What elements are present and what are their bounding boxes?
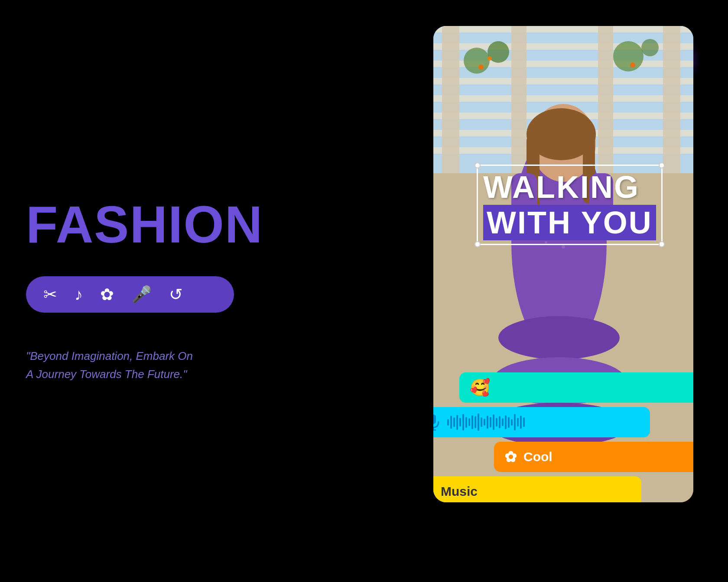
svg-point-20 — [478, 65, 484, 70]
music-note-sticker: ♪ — [433, 483, 434, 500]
video-background: WALKING WITH YOU 🥰 — [433, 26, 693, 502]
svg-point-19 — [641, 39, 659, 56]
svg-rect-40 — [433, 414, 436, 424]
corner-dot-tl — [474, 162, 481, 168]
svg-point-18 — [613, 41, 644, 71]
svg-rect-4 — [433, 26, 693, 32]
music-note-icon[interactable]: ♪ — [75, 285, 83, 304]
microphone-icon[interactable]: 🎤 — [131, 285, 152, 304]
left-section: FASHION ✂ ♪ ✿ 🎤 ↺ "Beyond Imagination, E… — [26, 0, 243, 582]
cool-sticker-bar[interactable]: ✿ Cool — [494, 442, 693, 472]
svg-rect-12 — [442, 26, 459, 178]
corner-dot-bl — [474, 241, 481, 247]
rewind-icon[interactable]: ↺ — [169, 285, 183, 304]
scissors-icon[interactable]: ✂ — [43, 285, 57, 304]
audio-sticker-bar[interactable] — [433, 407, 650, 437]
love-face-emoji: 🥰 — [470, 378, 490, 397]
svg-rect-13 — [511, 26, 526, 178]
quote-text: "Beyond Imagination, Embark On A Journey… — [26, 347, 199, 383]
svg-rect-14 — [598, 26, 613, 178]
svg-rect-7 — [433, 78, 693, 84]
video-card: WALKING WITH YOU 🥰 — [433, 26, 693, 502]
right-section: ❤️ 1.1M 👍 6K — [407, 9, 702, 554]
corner-dot-br — [659, 241, 665, 247]
walking-text-line1: WALKING — [483, 169, 656, 205]
svg-rect-15 — [663, 26, 680, 178]
fashion-title: FASHION — [26, 198, 243, 250]
svg-point-31 — [498, 316, 620, 359]
flower-icon[interactable]: ✿ — [100, 285, 114, 304]
audio-waveform — [447, 414, 525, 431]
toolbar: ✂ ♪ ✿ 🎤 ↺ — [26, 276, 234, 313]
mic-icon — [433, 414, 440, 431]
svg-point-38 — [562, 245, 565, 249]
music-sticker-bar[interactable]: ♪ Music — [433, 476, 641, 502]
cool-flower-icon: ✿ — [504, 448, 517, 466]
cool-label: Cool — [523, 449, 552, 464]
svg-rect-8 — [433, 95, 693, 102]
corner-dot-tr — [659, 162, 665, 168]
emoji-sticker-bar[interactable]: 🥰 — [459, 372, 693, 403]
music-label: Music — [441, 484, 478, 499]
svg-point-22 — [630, 62, 635, 68]
svg-point-16 — [464, 48, 490, 74]
walking-text-line2: WITH YOU — [483, 205, 656, 240]
video-text-overlay: WALKING WITH YOU — [477, 165, 663, 245]
svg-point-21 — [488, 56, 492, 61]
